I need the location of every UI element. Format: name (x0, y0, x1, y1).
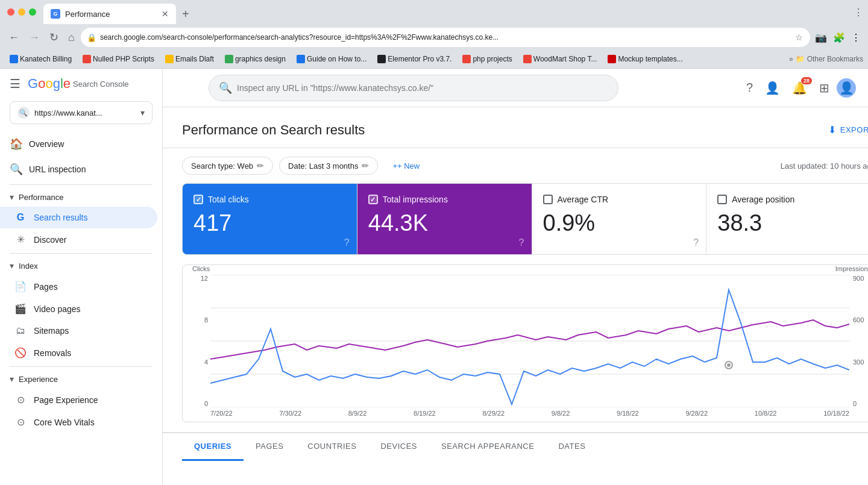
tab-pages[interactable]: PAGES (244, 433, 295, 461)
bookmark-graphics[interactable]: graphics design (220, 54, 291, 64)
tab-countries[interactable]: COUNTRIES (295, 433, 368, 461)
browser-chrome: G Performance ✕ + ⋮ ← → ↻ ⌂ 🔒 ☆ 📷 🧩 ⋮ K (0, 0, 868, 69)
tab-strip: G Performance ✕ + (43, 0, 849, 24)
hamburger-menu-button[interactable]: ☰ (10, 77, 20, 91)
screenshot-icon[interactable]: 📷 (813, 30, 829, 46)
gsc-search-icon: 🔍 (219, 81, 232, 95)
search-results-icon: G (14, 212, 27, 223)
metric-help-icon[interactable]: ? (693, 237, 699, 248)
bookmark-kanatech[interactable]: Kanatech Billing (5, 54, 77, 64)
bookmark-emails[interactable]: Emails Dlaft (160, 54, 219, 64)
discover-icon: ✳ (14, 234, 27, 245)
gsc-search-input[interactable] (237, 83, 608, 93)
tab-dates[interactable]: DATES (546, 433, 597, 461)
sidebar-item-url-inspection[interactable]: 🔍 URL inspection (0, 157, 157, 182)
metric-card-ctr[interactable]: Average CTR 0.9% ? (532, 183, 707, 255)
metric-label: Average position (732, 195, 794, 204)
sidebar-section-performance[interactable]: ▾ Performance (0, 187, 162, 207)
ctr-checkbox[interactable] (543, 195, 553, 204)
x-label: 8/19/22 (414, 410, 436, 417)
page-title: Performance on Search results (182, 122, 365, 138)
apps-button[interactable]: ⊞ (814, 76, 834, 100)
gsc-search-bar[interactable]: 🔍 (209, 75, 618, 101)
sidebar-item-removals[interactable]: 🚫 Removals (0, 342, 157, 364)
bookmark-woodmart[interactable]: WoodMart Shop T... (518, 54, 602, 64)
export-button[interactable]: ⬇ EXPORT (821, 119, 868, 140)
back-button[interactable]: ← (5, 29, 23, 46)
sidebar-item-label: Discover (34, 235, 66, 245)
metric-value: 0.9% (543, 210, 696, 236)
sidebar-item-label: Overview (29, 139, 64, 149)
y-label: 4 (192, 358, 208, 366)
maximize-button[interactable] (29, 8, 36, 16)
filter-label: Search type: Web (191, 161, 253, 171)
sidebar-item-label: URL inspection (29, 164, 86, 174)
metric-label: Total impressions (383, 195, 448, 204)
reload-button[interactable]: ↻ (46, 28, 62, 46)
bookmark-mockup[interactable]: Mockup templates... (603, 54, 687, 64)
tab-devices[interactable]: DEVICES (368, 433, 429, 461)
sidebar-item-page-experience[interactable]: ⊙ Page Experience (0, 389, 157, 411)
sidebar-section-index[interactable]: ▾ Index (0, 256, 162, 275)
address-input-wrap[interactable]: 🔒 ☆ (81, 28, 810, 47)
tab-close-icon[interactable]: ✕ (162, 9, 169, 19)
close-button[interactable] (7, 8, 14, 16)
extensions-icon[interactable]: 🧩 (831, 30, 848, 46)
sidebar-item-pages[interactable]: 📄 Pages (0, 275, 157, 298)
forward-button[interactable]: → (25, 29, 43, 46)
index-expand-icon: ▾ (10, 261, 14, 271)
main-scroll-area: Performance on Search results ⬇ EXPORT S… (163, 107, 868, 485)
sidebar-header: ☰ Google Search Console (0, 69, 162, 99)
position-checkbox[interactable] (717, 195, 727, 204)
bookmark-elementor[interactable]: Elementor Pro v3.7. (373, 54, 456, 64)
metric-card-clicks[interactable]: ✓ Total clicks 417 ? (182, 183, 357, 255)
date-filter[interactable]: Date: Last 3 months ✏ (279, 157, 378, 175)
sidebar-item-video-pages[interactable]: 🎬 Video pages (0, 298, 157, 320)
bookmark-nulled[interactable]: Nulled PHP Scripts (78, 54, 159, 64)
search-type-filter[interactable]: Search type: Web ✏ (182, 157, 273, 175)
property-chevron-icon: ▾ (140, 108, 145, 117)
nav-section: 🏠 Overview 🔍 URL inspection ▾ Performanc… (0, 131, 162, 433)
x-axis-labels: 7/20/22 7/30/22 8/9/22 8/19/22 8/29/22 9… (210, 407, 849, 417)
new-tab-button[interactable]: + (176, 5, 195, 23)
user-avatar[interactable]: 👤 (837, 78, 856, 98)
sidebar-section-experience[interactable]: ▾ Experience (0, 369, 162, 389)
help-button[interactable]: ? (741, 76, 758, 99)
y-label-right: 600 (853, 316, 868, 324)
home-button[interactable]: ⌂ (64, 29, 78, 46)
page-experience-icon: ⊙ (14, 394, 27, 405)
metric-help-icon[interactable]: ? (519, 237, 524, 248)
tab-search-appearance[interactable]: SEARCH APPEARANCE (429, 433, 546, 461)
x-label: 9/28/22 (685, 410, 708, 417)
bookmark-php[interactable]: php projects (458, 54, 517, 64)
bookmark-guide[interactable]: Guide on How to... (292, 54, 371, 64)
bookmarks-more[interactable]: » 📁 Other Bookmarks (789, 55, 863, 63)
metric-help-icon[interactable]: ? (344, 237, 350, 248)
clicks-checkbox[interactable]: ✓ (193, 195, 203, 204)
minimize-button[interactable] (18, 8, 25, 16)
metric-card-impressions[interactable]: ✓ Total impressions 44.3K ? (357, 183, 532, 255)
search-console-user-button[interactable]: 👤 (760, 76, 785, 100)
impressions-checkbox[interactable]: ✓ (368, 195, 378, 204)
export-icon: ⬇ (828, 124, 837, 136)
menu-icon[interactable]: ⋮ (849, 30, 863, 46)
sidebar-item-overview[interactable]: 🏠 Overview (0, 131, 157, 157)
filter-bar: Search type: Web ✏ Date: Last 3 months ✏… (163, 148, 868, 183)
address-input[interactable] (100, 33, 793, 42)
sidebar-item-sitemaps[interactable]: 🗂 Sitemaps (0, 320, 157, 342)
filter-label: Date: Last 3 months (288, 161, 358, 171)
sidebar-item-search-results[interactable]: G Search results (0, 207, 157, 228)
last-updated: Last updated: 10 hours ago ℹ (781, 161, 868, 171)
tab-queries[interactable]: QUERIES (182, 433, 244, 461)
active-tab[interactable]: G Performance ✕ (43, 4, 176, 24)
sidebar-item-core-web-vitals[interactable]: ⊙ Core Web Vitals (0, 411, 157, 433)
sidebar-item-label: Search results (34, 213, 87, 222)
x-label: 10/18/22 (823, 410, 849, 417)
add-filter-button[interactable]: + + New (384, 158, 428, 174)
notification-button[interactable]: 🔔 28 (787, 76, 812, 100)
impressions-line (210, 320, 849, 359)
property-selector[interactable]: 🔍 https://www.kanat... ▾ (10, 101, 153, 124)
metric-card-position[interactable]: Average position 38.3 ? (706, 183, 868, 255)
y-title-right: Impressions (835, 265, 868, 272)
sidebar-item-discover[interactable]: ✳ Discover (0, 228, 157, 251)
